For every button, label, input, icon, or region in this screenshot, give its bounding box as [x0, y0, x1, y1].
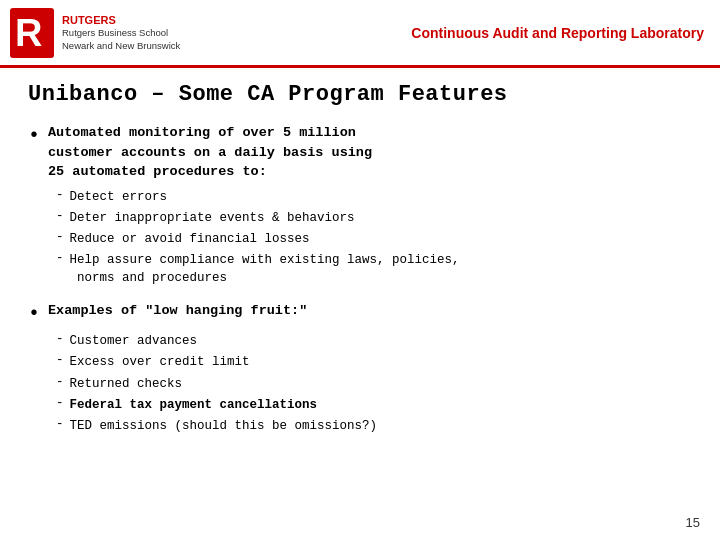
- header-title: Continuous Audit and Reporting Laborator…: [411, 25, 704, 41]
- svg-text:R: R: [15, 12, 42, 54]
- bullet-dot-2: •: [28, 302, 40, 326]
- sub-item-text: Deter inappropriate events & behaviors: [70, 209, 355, 227]
- page-title: Unibanco – Some CA Program Features: [28, 82, 692, 107]
- sub-item-text: Federal tax payment cancellations: [70, 396, 318, 414]
- list-item: - Returned checks: [56, 375, 692, 393]
- main-content: Unibanco – Some CA Program Features • Au…: [0, 68, 720, 459]
- bullet-text-2: Examples of "low hanging fruit:": [48, 301, 307, 321]
- header: R RUTGERS Rutgers Business School Newark…: [0, 0, 720, 68]
- bullet-item-2: • Examples of "low hanging fruit:": [28, 301, 692, 326]
- list-item: - Help assure compliance with existing l…: [56, 251, 692, 287]
- list-item: - Reduce or avoid financial losses: [56, 230, 692, 248]
- list-item: - Detect errors: [56, 188, 692, 206]
- sub-item-text: Detect errors: [70, 188, 168, 206]
- page-number: 15: [686, 515, 700, 530]
- school-info: RUTGERS Rutgers Business School Newark a…: [62, 13, 180, 52]
- sub-item-text: TED emissions (should this be omissions?…: [70, 417, 378, 435]
- school-line2: Newark and New Brunswick: [62, 40, 180, 52]
- list-item: - Federal tax payment cancellations: [56, 396, 692, 414]
- sub-item-text: Reduce or avoid financial losses: [70, 230, 310, 248]
- list-item: - Excess over credit limit: [56, 353, 692, 371]
- list-item: - TED emissions (should this be omission…: [56, 417, 692, 435]
- sub-list-2: - Customer advances - Excess over credit…: [56, 332, 692, 435]
- school-line1: Rutgers Business School: [62, 27, 180, 39]
- bullet-item-1: • Automated monitoring of over 5 million…: [28, 123, 692, 182]
- list-item: - Deter inappropriate events & behaviors: [56, 209, 692, 227]
- bullet-section-2: • Examples of "low hanging fruit:" - Cus…: [28, 301, 692, 435]
- rutgers-logo: R: [10, 8, 54, 58]
- sub-item-text: Help assure compliance with existing law…: [70, 251, 460, 287]
- sub-list-1: - Detect errors - Deter inappropriate ev…: [56, 188, 692, 288]
- logo-area: R RUTGERS Rutgers Business School Newark…: [10, 8, 180, 58]
- sub-item-text: Returned checks: [70, 375, 183, 393]
- bullet-text-1: Automated monitoring of over 5 millioncu…: [48, 123, 372, 182]
- bullet-section-1: • Automated monitoring of over 5 million…: [28, 123, 692, 287]
- bullet-dot-1: •: [28, 124, 40, 148]
- rutgers-name: RUTGERS: [62, 13, 180, 27]
- sub-item-text: Customer advances: [70, 332, 198, 350]
- list-item: - Customer advances: [56, 332, 692, 350]
- sub-item-text: Excess over credit limit: [70, 353, 250, 371]
